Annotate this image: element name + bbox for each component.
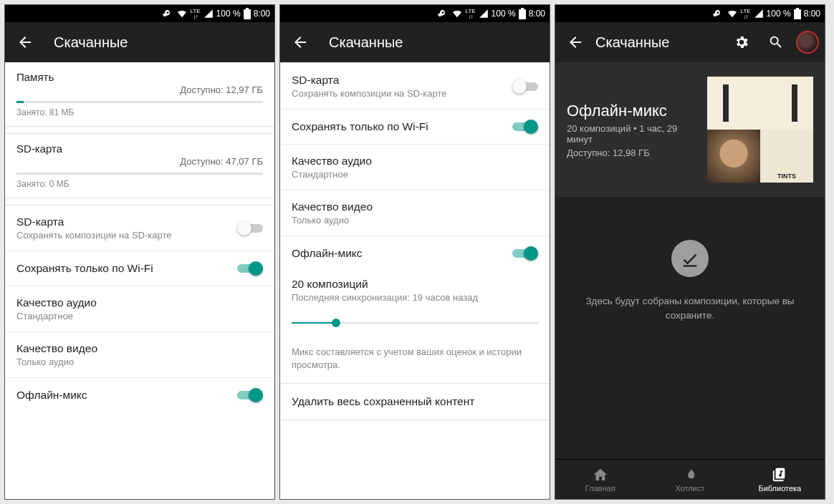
setting-wifi-only[interactable]: Сохранять только по Wi-Fi [280, 110, 550, 145]
nav-label: Главная [585, 484, 615, 493]
setting-title: Сохранять только по Wi-Fi [292, 120, 512, 133]
status-bar: LTE ↓↑ 100 % 8:00 [5, 5, 274, 22]
nav-label: Библиотека [758, 484, 801, 493]
offline-mix-note: Микс составляется с учетом ваших оценок … [280, 340, 550, 383]
setting-subtitle: Сохранять композиции на SD-карте [292, 88, 512, 99]
screen-3-downloads: LTE↓↑ 100 % 8:00 Скачанные Офлайн-микс 2… [555, 4, 825, 500]
page-title: Скачанные [329, 34, 544, 51]
storage-name: SD-карта [16, 142, 263, 155]
setting-sd-card[interactable]: SD-карта Сохранять композиции на SD-карт… [5, 205, 274, 251]
setting-title: Офлайн-микс [16, 389, 237, 402]
battery-icon [519, 8, 526, 19]
slider-label: 20 композиций [292, 278, 538, 291]
avatar[interactable] [796, 31, 819, 54]
storage-sd: SD-карта Доступно: 47,07 ГБ Занято: 0 МБ [5, 134, 274, 198]
bottom-nav: Главная Хотлист Библиотека [555, 459, 825, 499]
signal-icon [203, 9, 214, 19]
nav-label: Хотлист [675, 484, 704, 493]
offline-mix-size: 20 композиций Последняя синхронизация: 1… [280, 271, 550, 340]
search-icon [768, 34, 784, 50]
svg-rect-0 [684, 265, 697, 266]
mix-title: Офлайн-микс [567, 102, 697, 120]
setting-subtitle: Стандартное [16, 311, 263, 321]
mix-available: Доступно: 12,98 ГБ [567, 147, 697, 158]
nav-hotlist[interactable]: Хотлист [645, 460, 734, 499]
page-title: Скачанные [595, 34, 669, 51]
arrow-back-icon [292, 34, 309, 51]
setting-audio-quality[interactable]: Качество аудио Стандартное [280, 145, 550, 190]
setting-wifi-only[interactable]: Сохранять только по Wi-Fi [5, 251, 274, 286]
flame-icon [682, 467, 698, 483]
setting-title: Офлайн-микс [292, 247, 512, 260]
storage-used: Занято: 0 МБ [16, 179, 263, 189]
clock: 8:00 [804, 9, 820, 19]
app-bar: Скачанные [555, 22, 825, 62]
slider-track[interactable] [292, 316, 538, 330]
settings-scroll[interactable]: SD-карта Сохранять композиции на SD-карт… [280, 62, 550, 499]
battery-icon [244, 8, 251, 19]
battery-pct: 100 % [492, 9, 516, 19]
download-done-icon [671, 240, 709, 277]
nav-home[interactable]: Главная [555, 460, 645, 499]
gear-icon [734, 34, 749, 50]
screen-2-settings-scrolled: LTE↓↑ 100 % 8:00 Скачанные SD-карта Сохр… [279, 4, 550, 500]
switch-offline-mix[interactable] [512, 246, 538, 261]
setting-subtitle: Только аудио [292, 215, 538, 226]
lte-indicator: LTE↓↑ [466, 9, 476, 19]
settings-button[interactable] [727, 28, 756, 57]
signal-icon [479, 9, 489, 19]
switch-sd[interactable] [512, 79, 538, 94]
library-music-icon [772, 467, 787, 483]
offline-mix-card[interactable]: Офлайн-микс 20 композиций • 1 час, 29 ми… [555, 62, 825, 197]
setting-subtitle: Сохранять композиции на SD-карте [16, 230, 237, 241]
clock: 8:00 [254, 9, 270, 19]
setting-offline-mix[interactable]: Офлайн-микс [5, 378, 274, 412]
storage-name: Память [16, 71, 263, 83]
lte-indicator: LTE ↓↑ [191, 9, 201, 19]
switch-sd[interactable] [237, 221, 263, 236]
setting-title: Качество аудио [16, 296, 263, 309]
setting-title: Качество аудио [292, 155, 538, 168]
page-title: Скачанные [54, 34, 269, 51]
storage-internal: Память Доступно: 12,97 ГБ Занято: 81 МБ [5, 62, 274, 127]
storage-bar [16, 173, 263, 175]
storage-available: Доступно: 47,07 ГБ [16, 156, 263, 167]
setting-subtitle: Стандартное [292, 169, 538, 180]
setting-audio-quality[interactable]: Качество аудио Стандартное [5, 286, 274, 332]
app-bar: Скачанные [5, 22, 274, 62]
delete-all-button[interactable]: Удалить весь сохраненный контент [280, 384, 550, 420]
empty-message: Здесь будут собраны композиции, которые … [555, 294, 825, 324]
setting-video-quality[interactable]: Качество видео Только аудио [5, 332, 274, 378]
setting-title: Качество видео [16, 342, 263, 355]
vpn-key-icon [437, 8, 449, 19]
setting-subtitle: Только аудио [16, 357, 263, 367]
setting-sd-card[interactable]: SD-карта Сохранять композиции на SD-карт… [280, 64, 550, 110]
status-bar: LTE↓↑ 100 % 8:00 [555, 5, 825, 22]
back-button[interactable] [286, 28, 315, 57]
mix-artwork [707, 77, 813, 183]
vpn-key-icon [712, 8, 724, 19]
nav-library[interactable]: Библиотека [735, 460, 825, 499]
switch-offline-mix[interactable] [237, 388, 263, 402]
settings-scroll[interactable]: Память Доступно: 12,97 ГБ Занято: 81 МБ … [5, 62, 274, 499]
switch-wifi[interactable] [512, 120, 538, 134]
search-button[interactable] [762, 28, 790, 57]
back-button[interactable] [561, 28, 590, 57]
empty-state: Здесь будут собраны композиции, которые … [555, 197, 825, 459]
setting-offline-mix[interactable]: Офлайн-микс [280, 236, 550, 271]
wifi-icon [176, 8, 188, 19]
slider-subtitle: Последняя синхронизация: 19 часов назад [292, 292, 538, 303]
setting-title: Сохранять только по Wi-Fi [16, 262, 237, 275]
switch-wifi[interactable] [237, 261, 263, 276]
arrow-back-icon [567, 34, 584, 51]
status-bar: LTE↓↑ 100 % 8:00 [280, 5, 550, 22]
battery-pct: 100 % [216, 9, 241, 19]
battery-pct: 100 % [767, 9, 791, 19]
battery-icon [794, 8, 801, 19]
back-button[interactable] [11, 28, 39, 57]
wifi-icon [727, 8, 738, 19]
wifi-icon [451, 8, 463, 19]
setting-video-quality[interactable]: Качество видео Только аудио [280, 190, 550, 236]
mix-subtitle: 20 композиций • 1 час, 29 минут [567, 123, 697, 145]
signal-icon [754, 9, 764, 19]
